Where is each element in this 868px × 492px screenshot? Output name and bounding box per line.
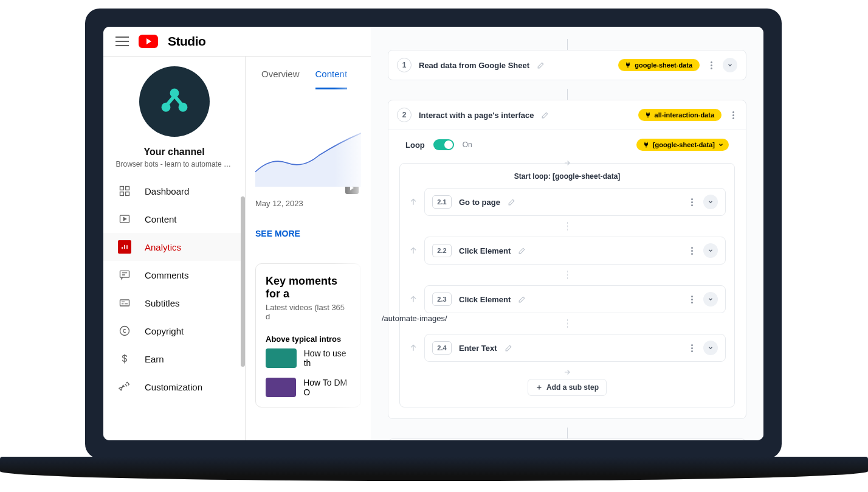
key-moments-card: Key moments for a Latest videos (last 36… (255, 263, 361, 407)
scrollbar[interactable] (241, 196, 245, 367)
kebab-menu[interactable] (687, 247, 696, 255)
tag-label: google-sheet-data (635, 61, 692, 69)
loop-state: On (463, 140, 472, 149)
kebab-menu[interactable] (729, 111, 737, 119)
arrow-right-icon (563, 159, 571, 167)
expand-button[interactable] (703, 341, 718, 355)
svg-rect-9 (120, 300, 129, 306)
substep-title: Click Element (459, 295, 511, 304)
sidebar: Your channel Browser bots - learn to aut… (103, 57, 246, 440)
plus-icon (536, 384, 543, 391)
yt-header: Studio (103, 27, 371, 57)
tag-label: all-interaction-data (655, 111, 714, 119)
sidebar-item-earn[interactable]: Earn (103, 345, 245, 373)
arrow-up-icon[interactable] (408, 246, 418, 255)
sidebar-item-label: Customization (145, 382, 202, 392)
step-card-2: 2 Interact with a page's interface all-i… (388, 100, 746, 419)
sidebar-item-label: Copyright (145, 326, 184, 336)
comments-icon (118, 268, 131, 282)
add-substep-button[interactable]: Add a sub step (528, 379, 607, 396)
svg-point-2 (179, 104, 185, 110)
sidebar-item-comments[interactable]: Comments (103, 261, 245, 289)
step-title: Read data from Google Sheet (419, 61, 529, 70)
loop-source-label: [google-sheet-data] (653, 141, 715, 148)
content-icon (118, 212, 131, 226)
data-tag[interactable]: all-interaction-data (638, 109, 722, 121)
sidebar-item-analytics[interactable]: Analytics (103, 233, 245, 261)
sidebar-item-label: Analytics (145, 242, 181, 252)
see-more-link[interactable]: SEE MORE (255, 229, 300, 238)
customization-icon (118, 380, 131, 393)
svg-rect-5 (120, 192, 124, 196)
add-substep-label: Add a sub step (546, 383, 599, 392)
plug-icon (624, 61, 632, 69)
substep-number: 2.2 (432, 244, 452, 257)
arrow-up-icon[interactable] (408, 294, 418, 304)
expand-button[interactable] (703, 195, 718, 209)
video-row[interactable]: How to use th (266, 344, 351, 373)
edit-icon[interactable] (505, 344, 512, 352)
step-number: 1 (397, 58, 412, 72)
sidebar-item-subtitles[interactable]: Subtitles (103, 289, 245, 317)
svg-rect-8 (120, 271, 129, 277)
substep-number: 2.4 (432, 341, 452, 355)
hamburger-icon[interactable] (115, 36, 129, 46)
chevron-down-icon (718, 142, 724, 148)
step-card-3: 3 Write data to a Google Sheet (388, 438, 746, 440)
loop-source-dropdown[interactable]: [google-sheet-data] (636, 139, 729, 151)
channel-avatar[interactable] (139, 66, 210, 137)
edit-icon[interactable] (537, 61, 545, 69)
loop-heading: Start loop: [google-sheet-data] (408, 172, 726, 181)
svg-point-1 (162, 104, 168, 110)
expand-button[interactable] (703, 292, 718, 307)
content-area: Overview Content May 12, 2023 SEE MORE (246, 57, 371, 440)
arrow-up-icon[interactable] (408, 343, 418, 353)
video-row[interactable]: How To DM O (266, 373, 351, 402)
substep-card: 2.4 Enter Text (424, 334, 726, 362)
channel-title: Your channel (143, 147, 204, 158)
kebab-menu[interactable] (687, 344, 696, 352)
sidebar-item-dashboard[interactable]: Dashboard (103, 177, 245, 205)
subtitles-icon (118, 296, 131, 310)
svg-point-0 (171, 90, 177, 96)
sidebar-item-label: Earn (145, 354, 164, 364)
sidebar-item-content[interactable]: Content (103, 205, 245, 233)
loop-label: Loop (405, 140, 425, 150)
copyright-icon (118, 324, 131, 338)
workflow-panel: /automate-images/ 1 Read data from Googl… (371, 27, 763, 440)
analytics-chart (255, 120, 361, 187)
substep-title: Enter Text (459, 344, 497, 353)
moments-title: Key moments for a (266, 275, 351, 300)
sidebar-item-customization[interactable]: Customization (103, 373, 245, 401)
tab-content[interactable]: Content (315, 69, 348, 89)
moments-subtitle: Latest videos (last 365 d (266, 303, 351, 321)
edit-icon[interactable] (518, 247, 526, 255)
kebab-menu[interactable] (687, 296, 696, 303)
substep-number: 2.3 (432, 293, 452, 306)
sidebar-item-label: Comments (145, 270, 189, 280)
tab-overview[interactable]: Overview (261, 69, 300, 89)
expand-button[interactable] (703, 243, 718, 258)
kebab-menu[interactable] (687, 198, 696, 206)
kebab-menu[interactable] (707, 61, 715, 69)
sidebar-item-copyright[interactable]: Copyright (103, 317, 245, 345)
plug-icon (642, 141, 650, 148)
channel-subtitle: Browser bots - learn to automate wit… (108, 160, 241, 168)
loop-toggle[interactable] (433, 139, 454, 150)
step-number: 2 (397, 108, 412, 122)
youtube-logo-icon (139, 35, 158, 48)
substep-title: Click Element (459, 246, 511, 255)
arrow-right-icon (563, 368, 571, 376)
edit-icon[interactable] (518, 296, 526, 303)
data-tag[interactable]: google-sheet-data (618, 59, 700, 71)
substep-title: Go to page (459, 198, 500, 207)
plug-icon (644, 111, 652, 119)
video-title: How To DM O (303, 378, 351, 397)
edit-icon[interactable] (508, 198, 515, 206)
edit-icon[interactable] (541, 111, 549, 119)
substep-number: 2.1 (432, 195, 452, 209)
sidebar-item-label: Dashboard (145, 186, 189, 196)
loop-container: Start loop: [google-sheet-data] 2.1 Go t… (399, 163, 735, 407)
arrow-up-icon[interactable] (408, 197, 418, 207)
expand-button[interactable] (723, 58, 737, 72)
